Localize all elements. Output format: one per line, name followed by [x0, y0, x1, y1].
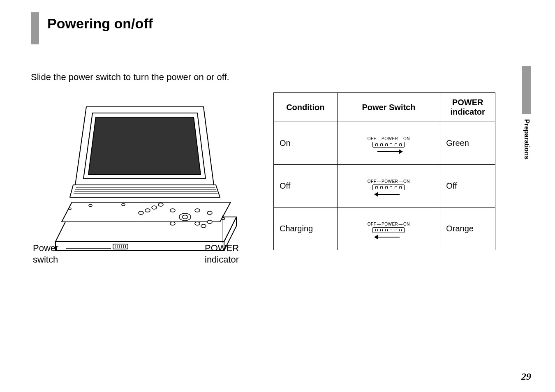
- power-state-table: Condition Power Switch POWER indicator O…: [273, 92, 495, 250]
- intro-text: Slide the power switch to turn the power…: [31, 72, 229, 83]
- svg-point-18: [207, 220, 212, 224]
- cell-switch-diagram: OFF — POWER — ON: [337, 208, 440, 250]
- switch-diagram-on: OFF — POWER — ON: [368, 136, 410, 154]
- table-header-row: Condition Power Switch POWER indicator: [274, 93, 495, 122]
- svg-point-10: [170, 222, 175, 225]
- table-row: Off OFF — POWER — ON Off: [274, 165, 495, 208]
- label-power-switch: Power switch: [33, 242, 58, 265]
- cell-indicator: Orange: [440, 208, 495, 250]
- svg-point-19: [69, 208, 71, 210]
- svg-point-15: [139, 211, 143, 214]
- arrow-right-icon: [374, 149, 403, 154]
- cell-condition: Charging: [274, 208, 338, 250]
- switch-diagram-charging: OFF — POWER — ON: [368, 222, 410, 240]
- svg-point-9: [195, 209, 200, 212]
- svg-point-13: [158, 203, 163, 206]
- svg-point-11: [195, 222, 200, 225]
- svg-point-12: [152, 206, 157, 209]
- cell-switch-diagram: OFF — POWER — ON: [337, 165, 440, 208]
- cell-condition: On: [274, 122, 338, 165]
- svg-point-17: [201, 224, 206, 228]
- table-row: Charging OFF — POWER — ON Orange: [274, 208, 495, 250]
- cell-indicator: Green: [440, 122, 495, 165]
- cell-indicator: Off: [440, 165, 495, 208]
- leader-line-power-indicator: [222, 215, 222, 243]
- th-power-indicator: POWER indicator: [440, 93, 495, 122]
- cell-condition: Off: [274, 165, 338, 208]
- arrow-left-icon: [374, 235, 403, 240]
- table-row: On OFF — POWER — ON Green: [274, 122, 495, 165]
- section-tab-label: Preparations: [523, 119, 530, 159]
- th-power-switch: Power Switch: [337, 93, 440, 122]
- svg-point-7: [182, 215, 188, 219]
- svg-point-5: [122, 204, 125, 206]
- arrow-left-icon: [374, 192, 403, 197]
- page-title: Powering on/off: [47, 16, 153, 32]
- th-condition: Condition: [274, 93, 338, 122]
- title-accent-bar: [31, 12, 39, 44]
- cell-switch-diagram: OFF — POWER — ON: [337, 122, 440, 165]
- svg-point-8: [170, 209, 175, 212]
- svg-point-16: [207, 211, 212, 214]
- label-power-indicator: POWER indicator: [205, 242, 239, 265]
- svg-point-14: [145, 209, 150, 212]
- page-number: 29: [521, 371, 531, 382]
- switch-diagram-off: OFF — POWER — ON: [368, 179, 410, 197]
- leader-line-power-switch: [66, 248, 111, 249]
- svg-point-4: [89, 205, 92, 207]
- section-tab-marker: [522, 66, 531, 114]
